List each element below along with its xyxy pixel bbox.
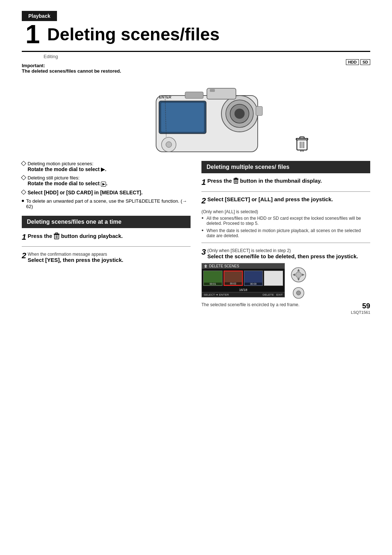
section2-step2-content: Select [SELECT] or [ALL] and press the j…	[207, 196, 370, 202]
item3-bold: Select [HDD] or [SD CARD] in [MEDIA SELE…	[28, 190, 143, 195]
section1-step2-sub: When the confirmation message appears	[28, 252, 191, 257]
page-header: Playback Editing 1 Deleting scenes/files	[0, 0, 392, 52]
section1-title: Deleting scenes/files one at a time	[27, 219, 122, 225]
screenshot-caption: The selected scene/file is encircled by …	[201, 302, 370, 307]
sd-badge: SD	[360, 59, 370, 65]
section2-step3-num: 3	[201, 247, 206, 257]
trash-icon	[295, 135, 309, 152]
section2-step2-sub-label: (Only when [ALL] is selected)	[201, 209, 370, 214]
section1-step1-num: 1	[22, 232, 26, 242]
item1-bold: Rotate the mode dial to select ▶.	[28, 166, 106, 172]
bullet-1	[22, 200, 24, 202]
delete-screenshot-container: 🗑 DELETE SCENES 00:01 00:02	[201, 263, 285, 297]
footer-select: SELECT ➜ ENTER	[204, 293, 229, 296]
page-code: LSQT1561	[351, 310, 370, 315]
diamond-icon-1	[21, 161, 26, 166]
svg-rect-30	[235, 178, 237, 179]
trash-icon-area	[295, 135, 309, 153]
trash-icon-s2	[233, 178, 238, 184]
section1-title-box: Deleting scenes/files one at a time	[22, 216, 191, 228]
section1-step1-main: Press the button during playback.	[28, 232, 191, 241]
svg-point-21	[301, 150, 303, 152]
screenshot-row: 🗑 DELETE SCENES 00:01 00:02	[201, 263, 370, 299]
left-column: Deleting motion picture scenes: Rotate t…	[22, 161, 191, 307]
section2-step1-content: Press the button in the thumbnail displa…	[207, 178, 370, 185]
important-label: Important:	[22, 63, 370, 68]
right-column: Deleting multiple scenes/ files 1 Press …	[201, 161, 370, 307]
svg-rect-12	[256, 106, 262, 116]
instruction-item-1: Deleting motion picture scenes: Rotate t…	[22, 161, 191, 172]
thumbnails-row: 00:01 00:02 00:03	[202, 269, 285, 288]
section2-step1: 1 Press the button in the thumbnail disp…	[201, 178, 370, 187]
section1-step2-num: 2	[22, 251, 26, 260]
section2-note2: When the date is selected in motion pict…	[201, 228, 370, 238]
svg-rect-24	[56, 233, 58, 234]
section2-title: Deleting multiple scenes/ files	[207, 164, 290, 170]
joystick-icons	[290, 263, 307, 299]
footer-exit-label: EXIT	[276, 293, 283, 296]
thumb-2-selected: 00:02	[224, 271, 243, 286]
divider-2	[201, 191, 370, 192]
footer-delete: DELETE EXIT	[262, 293, 283, 296]
section2-step3-content: (Only when [SELECT] is selected in step …	[207, 247, 370, 259]
header-title-row: 1 Deleting scenes/files	[22, 21, 370, 52]
svg-text:ENTER: ENTER	[159, 95, 172, 99]
diamond-icon-2	[21, 175, 26, 180]
svg-point-41	[297, 291, 301, 295]
thumb-3: 00:03	[244, 271, 263, 286]
section2-step1-main: Press the button in the thumbnail displa…	[207, 178, 370, 185]
hdd-badge: HDD	[346, 59, 359, 65]
section2-step3: 3 (Only when [SELECT] is selected in ste…	[201, 247, 370, 259]
trash-header-icon: 🗑	[204, 264, 208, 268]
section1-step1-content: Press the button during playback.	[28, 232, 191, 241]
section2-step2: 2 Select [SELECT] or [ALL] and press the…	[201, 196, 370, 206]
instruction-item-2: Deleting still picture files: Rotate the…	[22, 175, 191, 187]
trash-small-icon	[54, 232, 60, 240]
thumb-4	[264, 271, 283, 286]
instruction-note-1: To delete an unwanted part of a scene, u…	[22, 198, 191, 209]
main-content: HDD SD Important: The deleted scenes/fil…	[0, 52, 392, 322]
section1-step2-bold: Select [YES], then press the joystick.	[28, 257, 191, 263]
delete-screenshot: 🗑 DELETE SCENES 00:01 00:02	[201, 263, 285, 297]
section2-step2-num: 2	[201, 196, 206, 206]
instruction-text-1: Deleting motion picture scenes: Rotate t…	[28, 161, 106, 172]
section1-step2: 2 When the confirmation message appears …	[22, 251, 191, 263]
media-badges: HDD SD	[346, 59, 370, 65]
svg-point-4	[234, 109, 245, 119]
page-number-area: 59 LSQT1561	[351, 302, 370, 315]
camera-area: ENTER	[22, 77, 370, 157]
instruction-item-3: Select [HDD] or [SD CARD] in [MEDIA SELE…	[22, 190, 191, 195]
ok-joystick	[292, 287, 305, 299]
instructions-list: Deleting motion picture scenes: Rotate t…	[22, 161, 191, 209]
section2-note1: All the scenes/files on the HDD or SD ca…	[201, 216, 370, 226]
section1-step1: 1 Press the button during playback.	[22, 232, 191, 242]
instruction-text-2: Deleting still picture files: Rotate the…	[28, 175, 107, 187]
item1-label: Deleting motion picture scenes:	[28, 161, 93, 166]
section2-step3-bold: Select the scene/file to be deleted, the…	[207, 253, 370, 259]
camera-illustration: ENTER	[120, 81, 272, 157]
section1-step2-content: When the confirmation message appears Se…	[28, 251, 191, 263]
delete-screen-title: DELETE SCENES	[209, 264, 239, 268]
svg-rect-13	[185, 92, 203, 98]
svg-rect-14	[210, 89, 215, 92]
svg-point-8	[166, 142, 172, 147]
chapter-number: 1	[22, 21, 40, 47]
delete-screen-header: 🗑 DELETE SCENES	[202, 263, 285, 269]
thumb-1: 00:01	[203, 271, 222, 286]
page-title: Deleting scenes/files	[47, 24, 370, 44]
two-column-layout: Deleting motion picture scenes: Rotate t…	[22, 161, 370, 307]
svg-rect-6	[161, 103, 204, 132]
delete-screen-footer: SELECT ➜ ENTER DELETE EXIT	[202, 292, 285, 297]
section2-step2-main: Select [SELECT] or [ALL] and press the j…	[207, 196, 370, 202]
footer-delete-label: DELETE	[262, 293, 274, 296]
important-text: The deleted scenes/files cannot be resto…	[22, 68, 370, 74]
section2-step3-sub: (Only when [SELECT] is selected in step …	[207, 248, 370, 253]
divider-3	[201, 243, 370, 243]
diamond-icon-3	[21, 190, 26, 195]
section2-step1-num: 1	[201, 178, 206, 187]
counter: 16/18	[202, 288, 285, 292]
page-number: 59	[351, 302, 370, 310]
directional-joystick	[290, 267, 307, 283]
important-note: Important: The deleted scenes/files cann…	[22, 63, 370, 74]
item2-label: Deleting still picture files:	[28, 175, 79, 181]
